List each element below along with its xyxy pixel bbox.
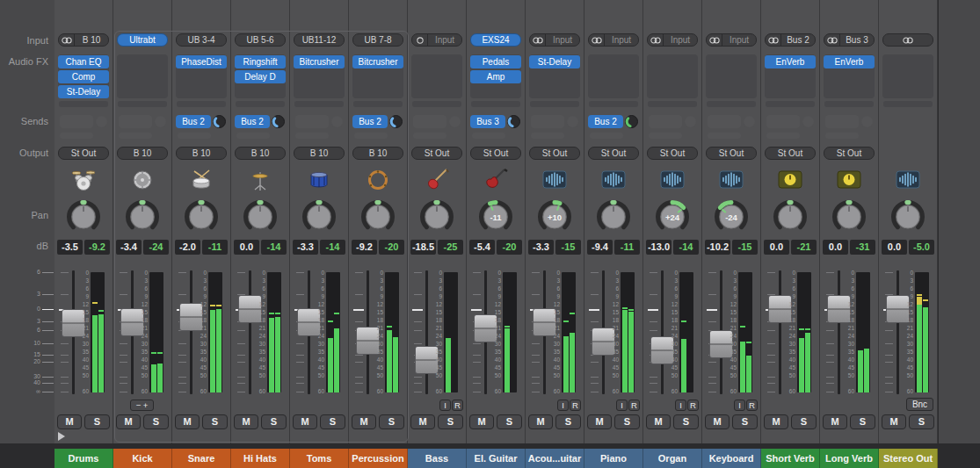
solo-button[interactable]: S [732, 414, 758, 429]
solo-button[interactable]: S [850, 414, 875, 429]
input-slot-button[interactable] [882, 33, 933, 47]
audio-fx-slot-button[interactable]: PhaseDist [176, 55, 227, 68]
track-name-3[interactable]: Snare [172, 449, 231, 468]
audio-fx-slot-button[interactable]: Bitcrusher [294, 55, 345, 68]
input-slot-button[interactable]: Input [588, 33, 639, 47]
group-minus-plus-button[interactable]: − + [130, 400, 154, 411]
mute-button[interactable]: M [116, 414, 141, 429]
pan-knob[interactable] [241, 198, 279, 235]
solo-button[interactable]: S [438, 414, 463, 429]
track-name-5[interactable]: Toms [290, 449, 349, 468]
solo-button[interactable]: S [791, 414, 817, 429]
send-slot-button[interactable]: Bus 3 [470, 115, 505, 128]
input-slot-button[interactable]: Bus 3 [824, 33, 875, 47]
pan-knob[interactable] [359, 198, 397, 235]
audio-fx-slot-button[interactable]: Amp [470, 70, 521, 83]
solo-button[interactable]: S [614, 414, 640, 429]
mute-button[interactable]: M [646, 414, 671, 429]
input-slot-button[interactable]: UB 3-4 [176, 33, 227, 47]
track-name-10[interactable]: Piano [584, 449, 643, 468]
audio-fx-slot-button[interactable]: St-Delay [529, 55, 580, 68]
record-enable-button[interactable]: R [687, 400, 699, 411]
audio-fx-slot-button[interactable]: EnVerb [824, 55, 875, 68]
output-slot-button[interactable]: St Out [58, 147, 109, 160]
record-enable-button[interactable]: R [628, 400, 640, 411]
input-slot-button[interactable]: Input [529, 33, 580, 47]
input-slot-button[interactable]: Bus 2 [765, 33, 816, 47]
output-slot-button[interactable]: B 10 [176, 147, 227, 160]
input-slot-button[interactable]: Input [647, 33, 698, 47]
input-monitor-button[interactable]: I [675, 400, 686, 411]
solo-button[interactable]: S [673, 414, 699, 429]
track-name-13[interactable]: Short Verb [761, 449, 820, 468]
pan-knob[interactable] [417, 198, 456, 235]
output-slot-button[interactable]: B 10 [235, 147, 286, 160]
pan-knob[interactable]: +24 [653, 198, 692, 235]
output-slot-button[interactable]: St Out [411, 147, 462, 160]
input-monitor-button[interactable]: I [439, 400, 451, 411]
track-name-4[interactable]: Hi Hats [231, 449, 290, 468]
pan-knob[interactable] [182, 198, 221, 235]
send-level-knob[interactable] [506, 114, 521, 129]
mute-button[interactable]: M [410, 414, 435, 429]
input-monitor-button[interactable]: I [616, 400, 628, 411]
output-slot-button[interactable]: B 10 [352, 147, 403, 160]
solo-button[interactable]: S [555, 414, 581, 429]
track-name-14[interactable]: Long Verb [820, 449, 879, 468]
mute-button[interactable]: M [882, 414, 906, 429]
stack-disclosure-triangle[interactable] [58, 432, 65, 441]
track-name-1[interactable]: Drums [54, 449, 113, 468]
solo-button[interactable]: S [143, 414, 169, 429]
pan-knob[interactable] [123, 198, 162, 235]
input-slot-button[interactable]: UB 7-8 [352, 33, 403, 47]
send-level-knob[interactable] [624, 114, 639, 129]
input-slot-button[interactable]: Input [706, 33, 757, 47]
send-level-knob[interactable] [212, 114, 227, 129]
send-level-knob[interactable] [271, 114, 286, 129]
pan-knob[interactable]: -24 [712, 198, 751, 235]
pan-knob[interactable]: +10 [535, 198, 574, 235]
mute-button[interactable]: M [293, 414, 317, 429]
audio-fx-slot-button[interactable]: Ringshift [235, 55, 286, 68]
pan-knob[interactable] [64, 198, 103, 235]
send-slot-button[interactable]: Bus 2 [352, 115, 388, 128]
pan-knob[interactable] [889, 198, 927, 235]
output-slot-button[interactable]: St Out [647, 147, 698, 160]
track-name-11[interactable]: Organ [643, 449, 702, 468]
mute-button[interactable]: M [57, 414, 82, 429]
input-slot-button[interactable]: Ultrabt [117, 33, 168, 47]
pan-knob[interactable] [830, 198, 868, 235]
mute-button[interactable]: M [823, 414, 847, 429]
audio-fx-slot-button[interactable]: St-Delay [58, 85, 109, 98]
mute-button[interactable]: M [469, 414, 494, 429]
record-enable-button[interactable]: R [570, 400, 581, 411]
audio-fx-slot-button[interactable]: Comp [58, 70, 109, 83]
track-name-15[interactable]: Stereo Out [879, 449, 938, 468]
pan-knob[interactable]: -11 [476, 198, 515, 235]
output-slot-button[interactable]: St Out [706, 147, 757, 160]
mute-button[interactable]: M [175, 414, 200, 429]
bounce-button[interactable]: Bnc [906, 398, 933, 411]
audio-fx-slot-button[interactable]: Bitcrusher [352, 55, 403, 68]
audio-fx-slot-button[interactable]: Pedals [470, 55, 521, 68]
track-name-9[interactable]: Acou...uitar [526, 449, 584, 468]
output-slot-button[interactable]: St Out [470, 147, 521, 160]
audio-fx-slot-button[interactable]: Chan EQ [58, 55, 109, 68]
pan-knob[interactable] [594, 198, 633, 235]
audio-fx-slot-button[interactable]: Delay D [235, 70, 286, 83]
input-slot-button[interactable]: EXS24 [470, 33, 521, 47]
input-monitor-button[interactable]: I [557, 400, 569, 411]
output-slot-button[interactable]: St Out [765, 147, 816, 160]
track-name-6[interactable]: Percussion [349, 449, 408, 468]
mute-button[interactable]: M [705, 414, 730, 429]
solo-button[interactable]: S [909, 414, 934, 429]
output-slot-button[interactable]: B 10 [294, 147, 345, 160]
output-slot-button[interactable]: St Out [588, 147, 639, 160]
send-slot-button[interactable]: Bus 2 [176, 115, 211, 128]
mute-button[interactable]: M [352, 414, 376, 429]
pan-knob[interactable] [300, 198, 338, 235]
solo-button[interactable]: S [379, 414, 404, 429]
input-slot-button[interactable]: UB11-12 [294, 33, 345, 47]
output-slot-button[interactable]: St Out [824, 147, 875, 160]
input-slot-button[interactable]: Input [411, 33, 462, 47]
